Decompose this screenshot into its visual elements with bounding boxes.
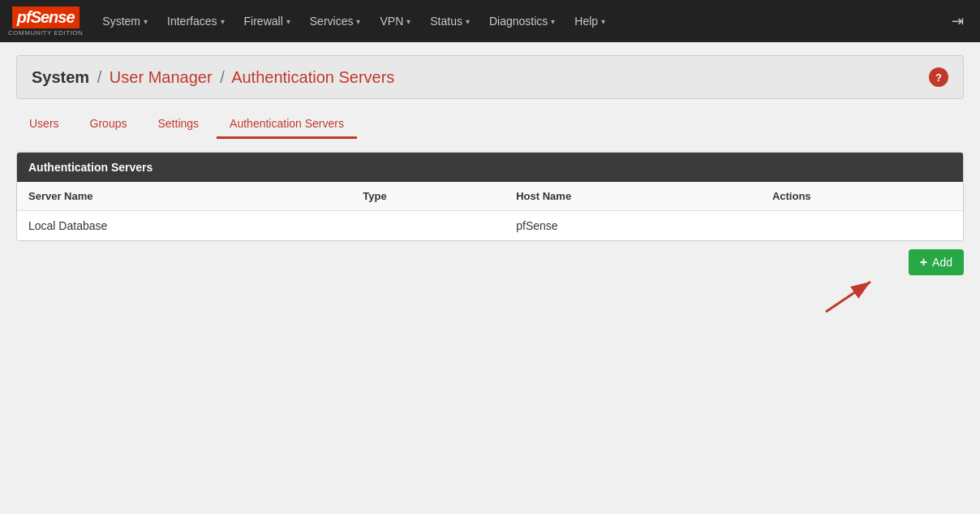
nav-status[interactable]: Status ▾ xyxy=(420,0,479,42)
add-button-label: Add xyxy=(932,256,952,269)
arrow-annotation xyxy=(16,283,964,324)
nav-interfaces[interactable]: Interfaces ▾ xyxy=(157,0,234,42)
cell-type xyxy=(351,211,505,241)
brand-logo[interactable]: pfSense COMMUNITY EDITION xyxy=(8,6,83,37)
breadcrumb-text: System / User Manager / Authentication S… xyxy=(32,68,394,87)
col-actions: Actions xyxy=(761,182,963,211)
cell-actions xyxy=(761,211,963,241)
plus-icon: + xyxy=(920,255,927,270)
nav-firewall[interactable]: Firewall ▾ xyxy=(234,0,300,42)
authentication-servers-section: Authentication Servers Server Name Type … xyxy=(16,152,964,241)
breadcrumb-system: System xyxy=(32,68,89,86)
caret-icon: ▾ xyxy=(356,17,360,26)
col-server-name: Server Name xyxy=(17,182,351,211)
col-type: Type xyxy=(351,182,505,211)
section-title: Authentication Servers xyxy=(17,153,963,182)
table-row: Local Database pfSense xyxy=(17,211,963,241)
caret-icon: ▾ xyxy=(144,17,148,26)
col-host-name: Host Name xyxy=(505,182,761,211)
tab-settings[interactable]: Settings xyxy=(144,110,212,139)
edition-label: COMMUNITY EDITION xyxy=(8,29,83,37)
help-button[interactable]: ? xyxy=(929,67,948,87)
tabs-bar: Users Groups Settings Authentication Ser… xyxy=(0,99,980,139)
tab-users[interactable]: Users xyxy=(16,110,72,139)
pfsense-logo-text: pfSense xyxy=(12,6,80,28)
nav-diagnostics[interactable]: Diagnostics ▾ xyxy=(479,0,565,42)
breadcrumb-sep2: / xyxy=(220,68,225,86)
cell-host-name: pfSense xyxy=(505,211,761,241)
caret-icon: ▾ xyxy=(601,17,605,26)
nav-help[interactable]: Help ▾ xyxy=(565,0,615,42)
breadcrumb: System / User Manager / Authentication S… xyxy=(16,55,964,99)
tab-groups[interactable]: Groups xyxy=(77,110,140,139)
cell-server-name: Local Database xyxy=(17,211,351,241)
caret-icon: ▾ xyxy=(406,17,410,26)
nav-services[interactable]: Services ▾ xyxy=(300,0,371,42)
breadcrumb-sep1: / xyxy=(97,68,102,86)
nav-system[interactable]: System ▾ xyxy=(92,0,157,42)
red-arrow-icon xyxy=(818,275,883,316)
svg-line-1 xyxy=(826,282,870,312)
navbar-right: ⇥ xyxy=(943,12,972,30)
navbar: pfSense COMMUNITY EDITION System ▾ Inter… xyxy=(0,0,980,42)
caret-icon: ▾ xyxy=(221,17,225,26)
nav-vpn[interactable]: VPN ▾ xyxy=(370,0,420,42)
table-header-row: Server Name Type Host Name Actions xyxy=(17,182,963,211)
caret-icon: ▾ xyxy=(286,17,290,26)
breadcrumb-user-manager[interactable]: User Manager xyxy=(110,68,213,86)
breadcrumb-current[interactable]: Authentication Servers xyxy=(231,68,394,86)
main-content: Authentication Servers Server Name Type … xyxy=(16,152,964,324)
add-button[interactable]: + Add xyxy=(909,249,964,275)
caret-icon: ▾ xyxy=(551,17,555,26)
caret-icon: ▾ xyxy=(466,17,470,26)
tab-authentication-servers[interactable]: Authentication Servers xyxy=(217,110,357,139)
logout-icon[interactable]: ⇥ xyxy=(943,12,972,30)
servers-table: Server Name Type Host Name Actions Local… xyxy=(17,182,963,240)
